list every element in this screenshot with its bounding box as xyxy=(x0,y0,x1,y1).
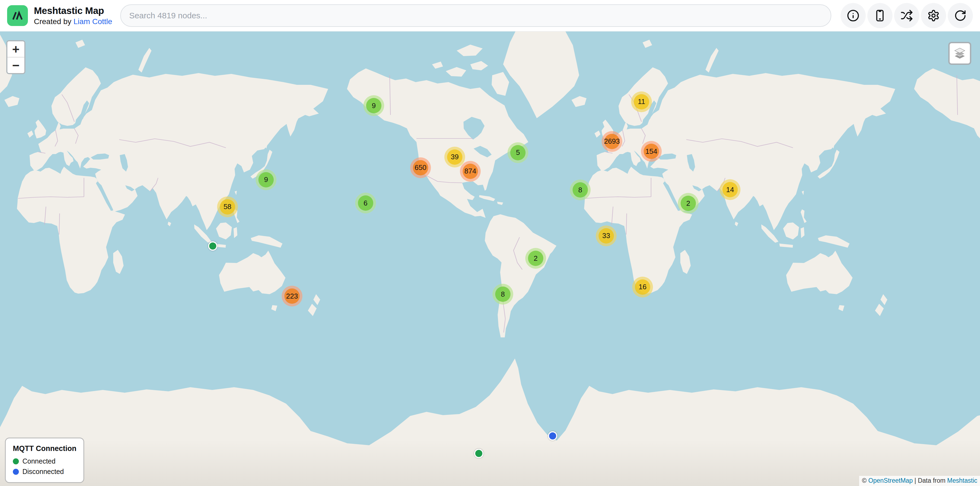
disconnected-dot-icon xyxy=(13,469,19,475)
cluster-marker[interactable]: 8 xyxy=(570,180,590,200)
byline: Created by Liam Cottle xyxy=(34,17,112,26)
cluster-marker[interactable]: 9 xyxy=(363,95,384,116)
mobile-device-button[interactable] xyxy=(867,3,892,28)
cluster-marker[interactable]: 9 xyxy=(256,169,277,190)
cluster-marker[interactable]: 650 xyxy=(410,157,431,178)
cluster-count: 154 xyxy=(645,147,657,156)
cluster-count: 874 xyxy=(464,167,476,175)
zoom-control: + − xyxy=(6,40,25,74)
refresh-icon xyxy=(954,9,967,22)
cluster-marker[interactable]: 874 xyxy=(460,161,481,182)
shuffle-icon xyxy=(900,9,913,22)
legend-item-disconnected: Disconnected xyxy=(13,468,76,476)
cluster-marker[interactable]: 11 xyxy=(631,91,652,112)
cluster-count: 2 xyxy=(534,254,538,263)
cluster-marker[interactable]: 5 xyxy=(508,142,528,163)
node-marker-connected[interactable] xyxy=(208,241,217,251)
cluster-marker[interactable]: 2 xyxy=(525,248,546,269)
top-bar: Meshtastic Map Created by Liam Cottle xyxy=(0,0,980,32)
mobile-device-icon xyxy=(873,9,886,22)
cluster-marker[interactable]: 33 xyxy=(596,225,617,246)
cluster-count: 5 xyxy=(516,148,520,157)
cluster-marker[interactable]: 223 xyxy=(282,286,302,306)
search-input[interactable] xyxy=(120,5,831,27)
refresh-button[interactable] xyxy=(948,3,973,28)
layers-icon xyxy=(953,47,966,59)
app-title-block: Meshtastic Map Created by Liam Cottle xyxy=(34,5,112,26)
author-link[interactable]: Liam Cottle xyxy=(73,17,112,26)
cluster-count: 650 xyxy=(415,163,426,172)
meshtastic-logo-icon xyxy=(7,5,28,26)
info-icon xyxy=(847,9,859,22)
cluster-count: 33 xyxy=(602,231,610,240)
cluster-count: 39 xyxy=(451,153,459,161)
cluster-count: 14 xyxy=(726,186,734,194)
cluster-marker[interactable]: 14 xyxy=(720,179,740,200)
settings-gear-icon xyxy=(927,9,940,22)
page-title: Meshtastic Map xyxy=(34,5,112,16)
mqtt-connection-legend: MQTT Connection Connected Disconnected xyxy=(5,438,84,483)
cluster-count: 2693 xyxy=(604,137,620,146)
cluster-marker[interactable]: 154 xyxy=(641,141,662,162)
node-marker-connected[interactable] xyxy=(474,449,484,458)
settings-button[interactable] xyxy=(921,3,946,28)
cluster-count: 9 xyxy=(372,102,376,110)
cluster-marker[interactable]: 16 xyxy=(632,277,653,298)
cluster-count: 2 xyxy=(686,199,690,208)
layers-control[interactable] xyxy=(948,42,971,65)
zoom-in-button[interactable]: + xyxy=(7,41,24,57)
cluster-marker[interactable]: 58 xyxy=(217,196,238,217)
info-button[interactable] xyxy=(840,3,866,28)
cluster-marker[interactable]: 8 xyxy=(492,284,513,304)
cluster-count: 58 xyxy=(223,202,231,211)
map-attribution: © OpenStreetMap | Data from Meshtastic xyxy=(859,476,980,486)
cluster-marker[interactable]: 6 xyxy=(355,193,376,214)
cluster-count: 6 xyxy=(364,199,368,207)
zoom-out-button[interactable]: − xyxy=(7,57,24,73)
cluster-count: 223 xyxy=(286,292,298,300)
cluster-count: 9 xyxy=(264,175,268,184)
cluster-marker[interactable]: 2693 xyxy=(601,131,622,152)
cluster-count: 8 xyxy=(501,290,505,298)
cluster-count: 8 xyxy=(578,186,582,194)
cluster-marker[interactable]: 39 xyxy=(444,147,465,167)
legend-item-connected: Connected xyxy=(13,457,76,465)
openstreetmap-link[interactable]: OpenStreetMap xyxy=(869,477,913,484)
meshtastic-link[interactable]: Meshtastic xyxy=(947,477,977,484)
cluster-count: 11 xyxy=(638,97,645,106)
marker-layer: 911269315439650874581429586332816223 xyxy=(0,32,980,486)
random-node-button[interactable] xyxy=(894,3,919,28)
cluster-count: 16 xyxy=(639,283,647,291)
map-canvas[interactable]: 911269315439650874581429586332816223 + −… xyxy=(0,32,980,486)
node-marker-disconnected[interactable] xyxy=(548,431,557,441)
connected-dot-icon xyxy=(13,458,19,464)
legend-title: MQTT Connection xyxy=(13,445,76,453)
cluster-marker[interactable]: 2 xyxy=(678,193,698,214)
